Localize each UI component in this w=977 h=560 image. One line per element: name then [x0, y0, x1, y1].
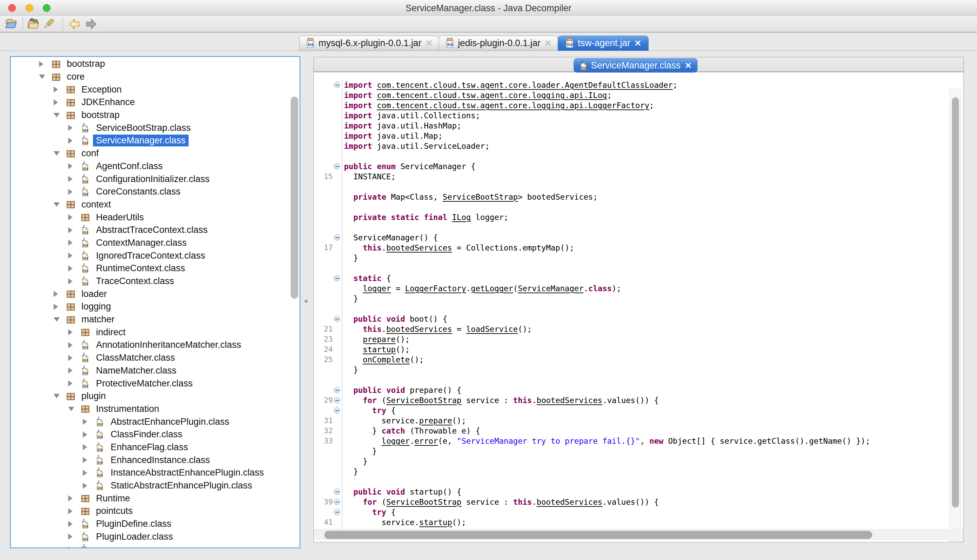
tree-item[interactable]: J 010 ServiceManager.class [68, 134, 299, 147]
expand-arrow-icon[interactable] [68, 125, 81, 131]
fold-collapse-icon[interactable] [334, 488, 340, 495]
jar-tab[interactable]: 010 tsw-agent.jar ✕ [558, 36, 649, 51]
tree-item[interactable]: pointcuts [68, 505, 299, 518]
tree-item[interactable]: J 010 TraceContext.class [68, 275, 299, 288]
expand-arrow-icon[interactable] [53, 304, 67, 310]
fold-collapse-icon[interactable] [334, 498, 340, 505]
expand-arrow-icon[interactable] [83, 483, 96, 489]
tree-item[interactable]: J 010 ClassMatcher.class [68, 352, 299, 364]
open-type-icon[interactable] [27, 18, 40, 30]
tree-item[interactable]: loader [53, 287, 299, 300]
fold-collapse-icon[interactable] [334, 82, 340, 88]
tree-item[interactable]: JDKEnhance [53, 96, 299, 109]
code-horizontal-scrollbar-thumb[interactable] [324, 531, 872, 539]
code-link[interactable]: getLogger [471, 284, 513, 293]
code-vertical-scrollbar-thumb[interactable] [952, 97, 959, 507]
tree-item[interactable]: J 010 RuntimeContext.class [68, 262, 299, 275]
code-view[interactable]: import com.tencent.cloud.tsw.agent.core.… [314, 73, 964, 542]
expand-arrow-icon[interactable] [68, 355, 81, 361]
expand-arrow-icon[interactable] [83, 444, 96, 450]
fold-collapse-icon[interactable] [334, 234, 340, 241]
expand-arrow-icon[interactable] [53, 291, 67, 297]
expand-arrow-icon[interactable] [68, 227, 81, 233]
tree-item[interactable]: J 010 ProtectiveMatcher.class [68, 377, 299, 390]
expand-arrow-icon[interactable] [68, 342, 81, 348]
tree-item[interactable]: J 010 ContextManager.class [68, 237, 299, 250]
tree-item[interactable]: J 010 EnhanceFlag.class [83, 441, 299, 454]
code-link[interactable]: LoggerFactory [405, 284, 466, 293]
jar-tab-close-icon[interactable]: ✕ [426, 38, 433, 48]
jar-tab[interactable]: 010 jedis-plugin-0.0.1.jar ✕ [439, 36, 558, 51]
tree-item[interactable]: matcher [53, 313, 299, 326]
collapse-arrow-icon[interactable] [39, 75, 52, 79]
code-link[interactable]: logger [382, 437, 410, 445]
tree-item[interactable]: J 010 ConfigurationInitializer.class [68, 173, 299, 185]
tree-item[interactable]: plugin [53, 390, 299, 403]
code-link[interactable]: startup [419, 518, 452, 527]
tree-item[interactable]: Exception [53, 83, 299, 96]
code-link[interactable]: onComplete [362, 355, 409, 364]
back-icon[interactable] [68, 18, 82, 30]
tree-item[interactable]: J 010 StaticAbstractEnhancePlugin.class [83, 479, 299, 492]
fold-collapse-icon[interactable] [334, 397, 340, 403]
expand-arrow-icon[interactable] [68, 214, 81, 220]
expand-arrow-icon[interactable] [68, 508, 81, 514]
code-link[interactable]: ILog [452, 213, 471, 222]
open-file-icon[interactable] [5, 18, 18, 30]
code-horizontal-scrollbar[interactable] [314, 529, 949, 540]
code-link[interactable]: ServiceManager [518, 284, 583, 293]
expand-arrow-icon[interactable] [68, 176, 81, 182]
tree-item[interactable]: J 010 NameMatcher.class [68, 364, 299, 377]
tree-item[interactable]: J 010 ClassFinder.class [83, 428, 299, 441]
tree-item[interactable]: J 010 InstanceAbstractEnhancePlugin.clas… [83, 467, 299, 479]
code-link[interactable]: prepare [362, 335, 396, 344]
expand-arrow-icon[interactable] [68, 278, 81, 284]
fold-collapse-icon[interactable] [334, 275, 340, 282]
fold-collapse-icon[interactable] [334, 509, 340, 515]
expand-arrow-icon[interactable] [68, 189, 81, 195]
expand-arrow-icon[interactable] [68, 380, 81, 387]
expand-arrow-icon[interactable] [68, 367, 81, 373]
jar-tab-close-icon[interactable]: ✕ [635, 38, 641, 48]
expand-arrow-icon[interactable] [53, 99, 67, 105]
tree-item[interactable]: J 010 AnnotationInheritanceMatcher.class [68, 338, 299, 352]
expand-arrow-icon[interactable] [68, 533, 81, 540]
code-link[interactable]: ServiceBootStrap [386, 498, 462, 507]
tree-item[interactable]: J 010 EnhancedInstance.class [83, 453, 299, 467]
tree-item[interactable]: bootstrap [53, 109, 299, 122]
code-link[interactable]: loadService [466, 325, 518, 333]
tree-item[interactable]: conf [53, 147, 299, 160]
collapse-arrow-icon[interactable] [68, 407, 81, 411]
expand-arrow-icon[interactable] [68, 240, 81, 246]
tree-scrollbar[interactable] [291, 97, 298, 298]
expand-arrow-icon[interactable] [68, 138, 81, 144]
tree-item[interactable]: context [53, 198, 299, 211]
code-link[interactable]: bootedServices [386, 243, 452, 252]
tree-item[interactable]: J 010 AgentConf.class [68, 160, 299, 173]
tree-item[interactable]: J 010 CoreConstants.class [68, 185, 299, 198]
expand-arrow-icon[interactable] [83, 418, 96, 425]
tree-item[interactable]: core [39, 70, 299, 83]
code-vertical-scrollbar[interactable] [949, 88, 961, 529]
jar-tab[interactable]: 010 mysql-6.x-plugin-0.0.1.jar ✕ [299, 36, 439, 51]
tree-item[interactable]: J 010 IgnoredTraceContext.class [68, 249, 299, 262]
tree-item[interactable]: Runtime [68, 492, 299, 505]
expand-arrow-icon[interactable] [53, 87, 67, 93]
code-link[interactable]: ServiceBootStrap [386, 396, 462, 405]
tree-item[interactable]: J 010 [68, 543, 299, 548]
expand-arrow-icon[interactable] [68, 253, 81, 258]
code-tab-close-icon[interactable]: ✕ [685, 61, 692, 70]
expand-arrow-icon[interactable] [68, 495, 81, 502]
code-link[interactable]: com.tencent.cloud.tsw.agent.core.loader.… [377, 81, 673, 90]
fold-collapse-icon[interactable] [334, 387, 340, 393]
expand-arrow-icon[interactable] [68, 163, 81, 169]
splitter-handle[interactable] [305, 300, 308, 303]
tree-item[interactable]: J 010 AbstractTraceContext.class [68, 224, 299, 237]
jar-tab-close-icon[interactable]: ✕ [544, 38, 551, 48]
tree-item[interactable]: J 010 AbstractEnhancePlugin.class [83, 415, 299, 428]
forward-icon[interactable] [84, 18, 97, 30]
code-link[interactable]: error [414, 437, 438, 445]
expand-arrow-icon[interactable] [83, 432, 96, 438]
code-link[interactable]: prepare [419, 416, 452, 425]
code-link[interactable]: com.tencent.cloud.tsw.agent.core.logging… [377, 101, 649, 110]
